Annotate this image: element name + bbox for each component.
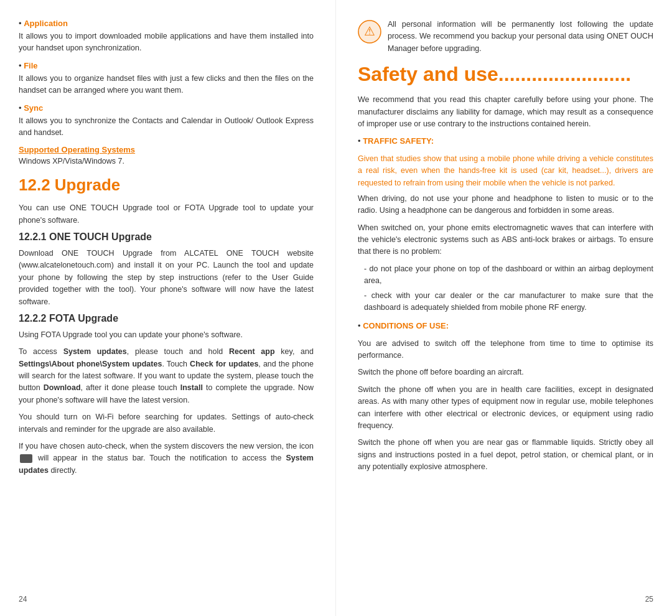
sync-section: • Sync It allows you to synchronize the … — [19, 103, 314, 139]
fota-para3: If you have chosen auto-check, when the … — [19, 441, 314, 477]
traffic-orange-text: Given that studies show that using a mob… — [358, 153, 653, 189]
gear-icon — [20, 454, 32, 463]
conditions-section: • CONDITIONS OF USE: You are advised to … — [358, 320, 653, 473]
upgrade-chapter-title: 12.2 Upgrade — [19, 175, 314, 195]
right-page: ⚠ All personal information will be perma… — [336, 0, 672, 616]
traffic-dash1: - do not place your phone on top of the … — [358, 263, 653, 287]
one-touch-text: Download ONE TOUCH Upgrade from ALCATEL … — [19, 248, 314, 308]
upgrade-chapter: 12.2 Upgrade You can use ONE TOUCH Upgra… — [19, 175, 314, 477]
conditions-para1: You are advised to switch off the teleph… — [358, 338, 653, 362]
traffic-para2: When switched on, your phone emits elect… — [358, 222, 653, 258]
page-number-left: 24 — [19, 595, 27, 604]
application-text: It allows you to import downloaded mobil… — [19, 30, 314, 55]
traffic-safety-section: • TRAFFIC SAFETY: Given that studies sho… — [358, 135, 653, 314]
conditions-para2: Switch the phone off before boarding an … — [358, 366, 653, 378]
conditions-para4: Switch the phone off when you are near g… — [358, 437, 653, 473]
os-text: Windows XP/Vista/Windows 7. — [19, 157, 314, 166]
fota-title: 12.2.2 FOTA Upgrade — [19, 313, 314, 324]
left-page: • Application It allows you to import do… — [0, 0, 336, 616]
fota-para1: To access System updates, please touch a… — [19, 346, 314, 406]
warning-box: ⚠ All personal information will be perma… — [358, 19, 653, 55]
warning-text: All personal information will be permane… — [388, 19, 653, 55]
safety-intro: We recommend that you read this chapter … — [358, 94, 653, 130]
file-title: File — [24, 61, 37, 70]
sync-text: It allows you to synchronize the Contact… — [19, 115, 314, 139]
fota-intro: Using FOTA Upgrade tool you can update y… — [19, 329, 314, 341]
supported-os-title[interactable]: Supported Operating Systems — [19, 145, 314, 154]
warning-icon: ⚠ — [358, 20, 381, 44]
application-title: Application — [24, 19, 68, 28]
traffic-para1: When driving, do not use your phone and … — [358, 193, 653, 217]
conditions-title: CONDITIONS OF USE: — [363, 321, 449, 330]
sync-title: Sync — [24, 103, 43, 113]
application-section: • Application It allows you to import do… — [19, 19, 314, 55]
one-touch-title: 12.2.1 ONE TOUCH Upgrade — [19, 231, 314, 243]
upgrade-intro: You can use ONE TOUCH Upgrade tool or FO… — [19, 202, 314, 226]
file-section: • File It allows you to organize handset… — [19, 61, 314, 97]
fota-para2: You should turn on Wi-Fi before searchin… — [19, 411, 314, 436]
traffic-safety-title: TRAFFIC SAFETY: — [363, 136, 434, 146]
safety-title: Safety and use........................ — [358, 63, 653, 85]
supported-os-section: Supported Operating Systems Windows XP/V… — [19, 145, 314, 166]
traffic-dash2: - check with your car dealer or the car … — [358, 290, 653, 314]
file-text: It allows you to organize handset files … — [19, 73, 314, 97]
page-number-right: 25 — [645, 595, 653, 604]
conditions-para3: Switch the phone off when you are in hea… — [358, 384, 653, 432]
svg-text:⚠: ⚠ — [364, 24, 375, 38]
